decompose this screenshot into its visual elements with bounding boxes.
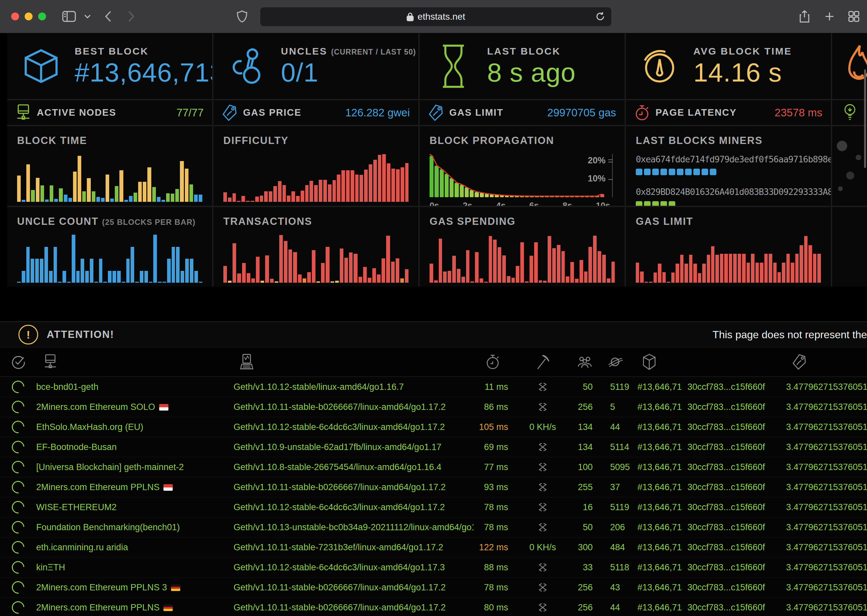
chart-bar xyxy=(787,254,790,283)
chart-bar xyxy=(555,196,559,197)
node-pending: 484 xyxy=(595,542,635,553)
chart-bar xyxy=(346,170,349,202)
chart-bar xyxy=(22,271,25,283)
close-window-button[interactable] xyxy=(11,13,19,20)
gas-price-label: GAS PRICE xyxy=(243,107,302,118)
chart-bar xyxy=(171,193,174,202)
x-tick-label: 4s xyxy=(496,201,505,206)
status-ring-icon xyxy=(9,401,27,413)
uncles-icon xyxy=(214,45,281,88)
chart-bar xyxy=(40,259,43,283)
chart-bar xyxy=(649,282,652,283)
node-latency: 80 ms xyxy=(474,602,511,613)
chart-bar xyxy=(50,185,53,202)
chart-bar xyxy=(760,262,763,283)
chart-bar xyxy=(382,154,386,202)
node-pending: 206 xyxy=(595,522,635,533)
block-column-header xyxy=(635,354,683,370)
attention-marquee: This page does not represent the xyxy=(713,329,867,341)
chart-bar xyxy=(457,269,461,283)
chart-bar xyxy=(264,191,268,202)
back-button[interactable] xyxy=(100,9,116,24)
chart-bar xyxy=(580,196,584,197)
chart-bar xyxy=(305,185,309,202)
chart-bar xyxy=(76,271,80,283)
table-row[interactable]: 2Miners.com Ethereum SOLO Geth/v1.10.11-… xyxy=(0,397,867,417)
chart-bar xyxy=(515,196,519,197)
table-row[interactable]: WISE-ETHEREUM2 Geth/v1.10.12-stable-6c4d… xyxy=(0,497,867,517)
node-latency: 11 ms xyxy=(474,382,511,392)
table-row[interactable]: 2Miners.com Ethereum PPLNS Geth/v1.10.11… xyxy=(0,477,867,497)
chart-bar xyxy=(190,259,194,283)
panel-gas-limit-chart: GAS LIMIT xyxy=(626,207,831,287)
chart-bar xyxy=(237,273,241,283)
chart-bar xyxy=(82,191,86,202)
miner-entry: 0xea674fdde714fd979de3edf0f56aa9716b898e… xyxy=(636,154,821,175)
pickaxe-icon xyxy=(535,354,550,370)
node-block-hash: 30ccf783...c15f660f xyxy=(683,482,786,492)
chart-bar xyxy=(387,163,390,202)
table-row[interactable]: kinΞTH Geth/v1.10.12-stable-6c4dc6c3/lin… xyxy=(0,558,867,578)
table-row[interactable]: 2Miners.com Ethereum PPLNS 3 Geth/v1.10.… xyxy=(0,578,867,597)
tab-overview-button[interactable] xyxy=(846,9,862,24)
miner-blocks-squares xyxy=(636,201,821,206)
address-bar[interactable]: ethstats.net xyxy=(260,7,612,27)
forward-button[interactable] xyxy=(123,9,139,24)
chart-bar xyxy=(480,278,483,283)
chart-bar xyxy=(386,236,390,283)
chart-bar xyxy=(22,200,25,202)
node-latency: 77 ms xyxy=(474,462,511,472)
table-row[interactable]: bce-bnd01-geth Geth/v1.10.12-stable/linu… xyxy=(0,377,867,397)
node-block-hash: 30ccf783...c15f660f xyxy=(683,502,786,512)
miner-entry: 0x829BD824B016326A401d083B33D092293333A8… xyxy=(636,186,821,206)
table-row[interactable]: EthSolo.MaxHash.org (EU) Geth/v1.10.12-s… xyxy=(0,417,867,437)
table-row[interactable]: 2Miners.com Ethereum PPLNS Geth/v1.10.11… xyxy=(0,597,867,616)
sidebar-menu-chevron[interactable] xyxy=(80,9,95,24)
miner-block-square xyxy=(669,169,675,175)
chart-bar xyxy=(44,247,48,283)
uncles-value: 0/1 xyxy=(281,59,416,86)
chart-bar xyxy=(223,266,227,283)
node-pending: 5095 xyxy=(595,462,635,472)
mining-column-header xyxy=(511,354,574,370)
chart-bar xyxy=(273,186,277,202)
table-row[interactable]: Foundation Benchmarking(bench01) Geth/v1… xyxy=(0,517,867,537)
miner-block-square xyxy=(702,169,708,175)
node-mining xyxy=(511,462,574,472)
table-row[interactable]: eth.icanmining.ru aridia Geth/v1.10.11-s… xyxy=(0,537,867,558)
chart-bar xyxy=(460,185,464,198)
block-propagation-bars xyxy=(430,154,613,197)
chart-bar xyxy=(270,279,274,283)
chart-bar xyxy=(351,170,354,202)
node-block: #13,646,713 xyxy=(635,462,683,472)
zoom-window-button[interactable] xyxy=(38,13,46,20)
node-status xyxy=(0,601,36,614)
node-block-hash: 30ccf783...c15f660f xyxy=(683,442,786,452)
node-name: EthSolo.MaxHash.org (EU) xyxy=(36,422,233,432)
chart-bar xyxy=(579,260,583,283)
sidebar-toggle-button[interactable] xyxy=(61,9,77,24)
node-pending: 44 xyxy=(595,422,635,432)
chart-bar xyxy=(152,187,156,202)
new-tab-button[interactable] xyxy=(821,9,837,24)
chart-bar xyxy=(99,259,102,283)
chart-bar xyxy=(658,264,661,283)
chart-bar xyxy=(355,174,359,202)
refresh-button[interactable] xyxy=(594,10,607,23)
chart-bar xyxy=(166,193,170,202)
minimize-window-button[interactable] xyxy=(25,13,33,20)
chart-bar xyxy=(31,259,34,283)
chart-bar xyxy=(255,196,259,202)
peers-icon xyxy=(577,355,593,369)
chart-bar xyxy=(540,196,544,197)
node-mining xyxy=(511,502,574,512)
stats-grid: BEST BLOCK #13,646,713 UNCLES (CURRENT /… xyxy=(7,33,867,287)
scrollbar-thumb[interactable] xyxy=(864,69,866,168)
table-row[interactable]: [Universa Blockchain] geth-mainnet-2 Get… xyxy=(0,457,867,477)
table-row[interactable]: EF-Bootnode-Busan Geth/v1.10.9-unstable-… xyxy=(0,437,867,457)
chart-bar xyxy=(301,191,304,202)
panel-uncle-count-chart: UNCLE COUNT (25 BLOCKS PER BAR) xyxy=(7,207,212,287)
privacy-report-button[interactable] xyxy=(234,9,250,24)
gas-limit-label: GAS LIMIT xyxy=(449,107,504,118)
share-button[interactable] xyxy=(796,9,812,24)
